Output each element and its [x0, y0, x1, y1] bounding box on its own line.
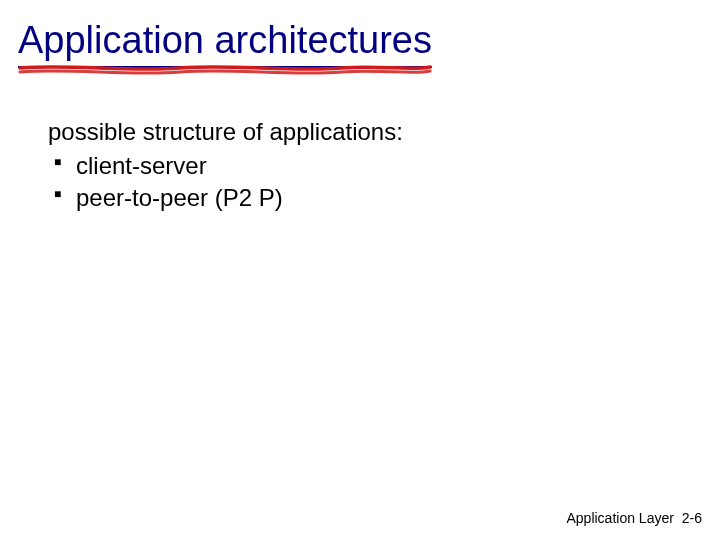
footer-label: Application Layer: [566, 510, 673, 526]
list-item: client-server: [48, 150, 720, 182]
title-wrap: Application architectures: [18, 18, 432, 68]
content-block: possible structure of applications: clie…: [18, 116, 720, 215]
slide: Application architectures possible struc…: [0, 0, 720, 540]
slide-title: Application architectures: [18, 18, 432, 68]
footer-page: 2-6: [682, 510, 702, 526]
list-item: peer-to-peer (P2 P): [48, 182, 720, 214]
slide-footer: Application Layer 2-6: [566, 510, 702, 526]
bullet-text: client-server: [76, 152, 207, 179]
bullet-text: peer-to-peer (P2 P): [76, 184, 283, 211]
intro-text: possible structure of applications:: [48, 116, 720, 148]
bullet-list: client-server peer-to-peer (P2 P): [48, 150, 720, 215]
